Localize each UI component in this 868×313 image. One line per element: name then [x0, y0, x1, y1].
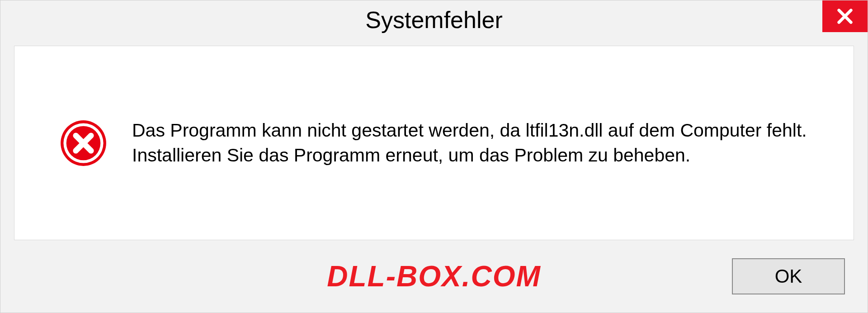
- error-icon: [60, 119, 107, 167]
- dialog-title: Systemfehler: [365, 6, 502, 33]
- dialog-footer: DLL-BOX.COM OK: [0, 240, 868, 313]
- error-dialog: Systemfehler Das Programm kann nicht ges…: [0, 0, 868, 313]
- titlebar: Systemfehler: [0, 0, 868, 39]
- error-message: Das Programm kann nicht gestartet werden…: [132, 118, 817, 168]
- close-button[interactable]: [822, 0, 868, 32]
- content-panel: Das Programm kann nicht gestartet werden…: [14, 46, 854, 240]
- close-icon: [836, 7, 854, 25]
- ok-button[interactable]: OK: [732, 258, 845, 294]
- watermark-text: DLL-BOX.COM: [327, 260, 541, 293]
